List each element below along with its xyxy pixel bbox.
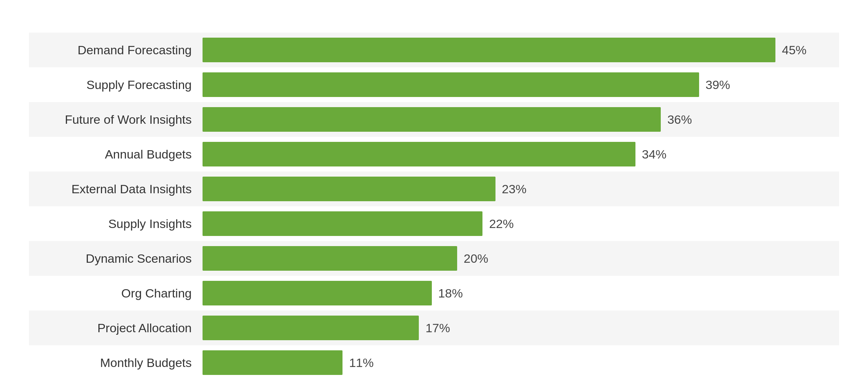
bar-percent-label: 18%: [438, 286, 463, 300]
bar-percent-label: 36%: [667, 113, 692, 127]
bar-row: Annual Budgets34%: [29, 137, 839, 172]
bar-percent-label: 11%: [349, 356, 374, 370]
bar-area: 18%: [203, 276, 839, 311]
bar-area: 17%: [203, 311, 839, 345]
bar-percent-label: 34%: [642, 147, 667, 161]
bar-label: Future of Work Insights: [29, 113, 203, 127]
bar-fill: [203, 316, 419, 340]
bar-fill: [203, 350, 342, 375]
bar-fill: [203, 72, 699, 97]
bar-row: Monthly Budgets11%: [29, 345, 839, 380]
bar-fill: [203, 281, 432, 305]
bar-row: Future of Work Insights36%: [29, 102, 839, 137]
bar-area: 11%: [203, 345, 839, 380]
bar-percent-label: 45%: [782, 43, 807, 57]
chart-container: Demand Forecasting45%Supply Forecasting3…: [0, 0, 868, 380]
bar-fill: [203, 177, 495, 201]
bar-percent-label: 20%: [464, 252, 488, 266]
bar-fill: [203, 142, 635, 166]
bar-area: 36%: [203, 102, 839, 137]
bar-row: Dynamic Scenarios20%: [29, 241, 839, 276]
bar-fill: [203, 211, 482, 236]
bar-percent-label: 39%: [706, 78, 730, 92]
bar-percent-label: 23%: [502, 182, 527, 196]
bar-label: Org Charting: [29, 286, 203, 300]
bar-area: 34%: [203, 137, 839, 172]
bar-row: Supply Forecasting39%: [29, 67, 839, 102]
bar-label: Demand Forecasting: [29, 43, 203, 57]
bar-label: Supply Forecasting: [29, 78, 203, 92]
bar-label: Monthly Budgets: [29, 356, 203, 370]
chart-body: Demand Forecasting45%Supply Forecasting3…: [29, 33, 839, 380]
bar-label: Dynamic Scenarios: [29, 252, 203, 266]
bar-area: 20%: [203, 241, 839, 276]
bar-fill: [203, 107, 661, 132]
bar-area: 39%: [203, 67, 839, 102]
bar-label: Project Allocation: [29, 321, 203, 335]
bar-area: 23%: [203, 172, 839, 206]
bar-percent-label: 22%: [489, 217, 514, 231]
bar-fill: [203, 38, 775, 62]
bar-label: Supply Insights: [29, 217, 203, 231]
bar-row: Project Allocation17%: [29, 311, 839, 345]
bar-fill: [203, 246, 457, 271]
bar-label: External Data Insights: [29, 182, 203, 196]
bar-area: 22%: [203, 206, 839, 241]
bar-row: Org Charting18%: [29, 276, 839, 311]
bar-label: Annual Budgets: [29, 147, 203, 161]
bar-percent-label: 17%: [425, 321, 450, 335]
bar-row: Demand Forecasting45%: [29, 33, 839, 67]
bar-row: Supply Insights22%: [29, 206, 839, 241]
bar-area: 45%: [203, 33, 839, 67]
bar-row: External Data Insights23%: [29, 172, 839, 206]
